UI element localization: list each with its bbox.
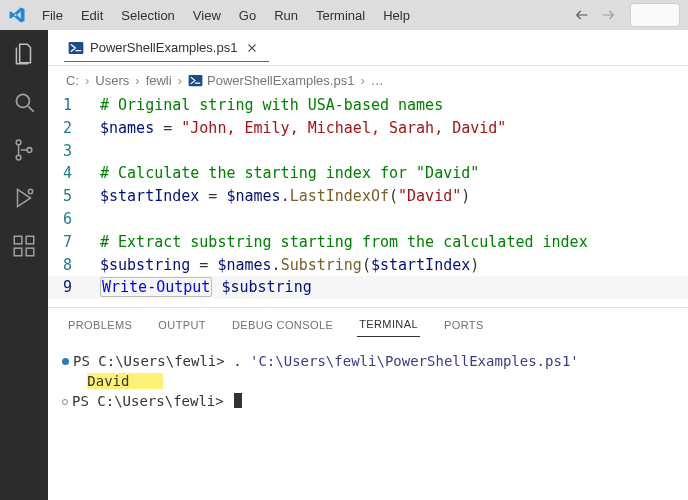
code-token: = xyxy=(154,119,181,137)
terminal[interactable]: PS C:\Users\fewli> . 'C:\Users\fewli\Pow… xyxy=(48,341,688,411)
menu-run[interactable]: Run xyxy=(266,4,306,27)
terminal-line: David xyxy=(62,371,678,391)
terminal-prompt: PS C:\Users\fewli> xyxy=(72,393,232,409)
svg-point-2 xyxy=(16,155,21,160)
chevron-right-icon: › xyxy=(133,73,141,88)
nav-forward-icon[interactable] xyxy=(596,3,620,27)
line-number: 5 xyxy=(48,185,100,208)
svg-point-4 xyxy=(28,189,32,193)
svg-rect-6 xyxy=(14,248,22,256)
code-token: . xyxy=(281,187,290,205)
status-dot-icon xyxy=(62,399,68,405)
code-editor[interactable]: 1# Original string with USA-based names … xyxy=(48,94,688,299)
line-number: 3 xyxy=(48,140,100,163)
terminal-prompt: PS C:\Users\fewli> xyxy=(73,353,233,369)
code-token: ( xyxy=(362,256,371,274)
code-comment: # Calculate the starting index for "Davi… xyxy=(100,164,479,182)
breadcrumb-item[interactable]: C: xyxy=(66,73,79,88)
line-number: 9 xyxy=(48,276,100,299)
powershell-file-icon xyxy=(68,40,84,56)
svg-rect-8 xyxy=(26,236,34,244)
search-icon[interactable] xyxy=(10,88,38,116)
status-dot-icon xyxy=(62,358,69,365)
code-comment: # Extract substring starting from the ca… xyxy=(100,233,588,251)
run-debug-icon[interactable] xyxy=(10,184,38,212)
code-token: $names xyxy=(217,256,271,274)
editor-tab-powershell[interactable]: PowerShellExamples.ps1 xyxy=(64,34,269,62)
title-bar: File Edit Selection View Go Run Terminal… xyxy=(0,0,688,30)
panel-tab-debug[interactable]: DEBUG CONSOLE xyxy=(230,313,335,337)
activity-bar xyxy=(0,30,48,500)
code-token: . xyxy=(272,256,281,274)
nav-back-icon[interactable] xyxy=(570,3,594,27)
breadcrumb-item[interactable]: … xyxy=(371,73,384,88)
code-token: $names xyxy=(226,187,280,205)
code-token: Write-Output xyxy=(100,277,212,297)
menu-go[interactable]: Go xyxy=(231,4,264,27)
terminal-text: 'C:\Users\fewli\PowerShellExamples.ps1' xyxy=(250,353,579,369)
svg-point-3 xyxy=(27,148,32,153)
chevron-right-icon: › xyxy=(358,73,366,88)
code-token: = xyxy=(199,187,226,205)
extensions-icon[interactable] xyxy=(10,232,38,260)
line-number: 6 xyxy=(48,208,100,231)
code-token: ( xyxy=(389,187,398,205)
svg-rect-5 xyxy=(14,236,22,244)
line-number: 1 xyxy=(48,94,100,117)
code-token: $substring xyxy=(221,278,311,296)
panel-tab-ports[interactable]: PORTS xyxy=(442,313,486,337)
code-token: $names xyxy=(100,119,154,137)
breadcrumb-item[interactable]: Users xyxy=(95,73,129,88)
terminal-text: . xyxy=(233,353,250,369)
line-number: 7 xyxy=(48,231,100,254)
terminal-line: PS C:\Users\fewli> xyxy=(62,391,678,411)
code-token: ) xyxy=(470,256,479,274)
code-token: Substring xyxy=(281,256,362,274)
code-token: "David" xyxy=(398,187,461,205)
panel-tabs: PROBLEMS OUTPUT DEBUG CONSOLE TERMINAL P… xyxy=(48,307,688,341)
breadcrumb-item[interactable]: fewli xyxy=(146,73,172,88)
code-token: $substring xyxy=(100,256,190,274)
code-token: ) xyxy=(461,187,470,205)
code-token: $startIndex xyxy=(371,256,470,274)
editor-tabs: PowerShellExamples.ps1 xyxy=(48,30,688,66)
close-icon[interactable] xyxy=(243,41,259,55)
svg-point-0 xyxy=(16,94,29,107)
panel-tab-problems[interactable]: PROBLEMS xyxy=(66,313,134,337)
code-comment: # Original string with USA-based names xyxy=(100,96,443,114)
menu-terminal[interactable]: Terminal xyxy=(308,4,373,27)
code-token: = xyxy=(190,256,217,274)
menu-view[interactable]: View xyxy=(185,4,229,27)
menu-file[interactable]: File xyxy=(34,4,71,27)
chevron-right-icon: › xyxy=(176,73,184,88)
code-token: LastIndexOf xyxy=(290,187,389,205)
code-token: $startIndex xyxy=(100,187,199,205)
terminal-line: PS C:\Users\fewli> . 'C:\Users\fewli\Pow… xyxy=(62,351,678,371)
breadcrumb[interactable]: C: › Users › fewli › PowerShellExamples.… xyxy=(48,66,688,94)
breadcrumb-item[interactable]: PowerShellExamples.ps1 xyxy=(207,73,354,88)
command-center-input[interactable] xyxy=(630,3,680,27)
line-number: 4 xyxy=(48,162,100,185)
svg-point-1 xyxy=(16,140,21,145)
chevron-right-icon: › xyxy=(83,73,91,88)
menu-edit[interactable]: Edit xyxy=(73,4,111,27)
source-control-icon[interactable] xyxy=(10,136,38,164)
menu-help[interactable]: Help xyxy=(375,4,418,27)
line-number: 8 xyxy=(48,254,100,277)
svg-rect-7 xyxy=(26,248,34,256)
explorer-icon[interactable] xyxy=(10,40,38,68)
panel-tab-terminal[interactable]: TERMINAL xyxy=(357,312,420,337)
terminal-output-highlighted: David xyxy=(87,373,129,389)
terminal-cursor xyxy=(234,393,242,408)
panel-tab-output[interactable]: OUTPUT xyxy=(156,313,208,337)
code-token: "John, Emily, Michael, Sarah, David" xyxy=(181,119,506,137)
tab-filename: PowerShellExamples.ps1 xyxy=(90,40,237,55)
powershell-file-icon xyxy=(188,73,203,88)
vscode-logo-icon xyxy=(8,6,26,24)
line-number: 2 xyxy=(48,117,100,140)
menu-selection[interactable]: Selection xyxy=(113,4,182,27)
